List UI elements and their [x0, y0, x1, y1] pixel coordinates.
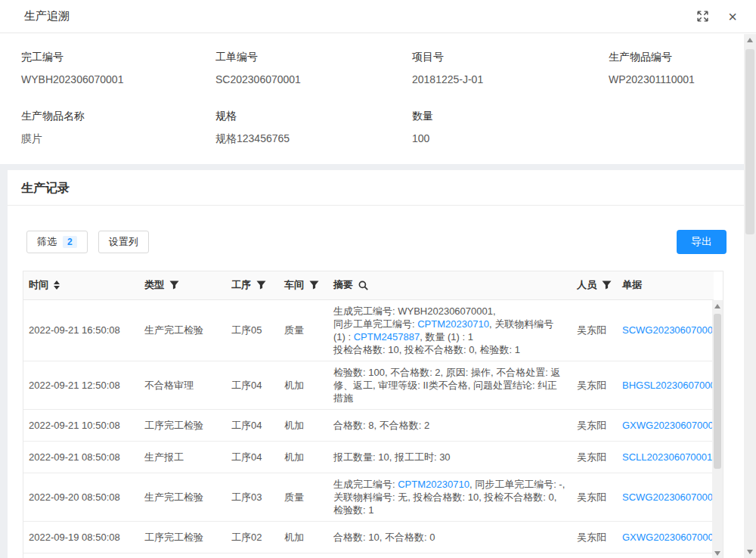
filter-button-label: 筛选 [37, 235, 57, 249]
cell-time: 2022-09-21 16:50:08 [23, 299, 139, 361]
info-field-value: 规格123456765 [215, 131, 412, 146]
filter-button[interactable]: 筛选 2 [26, 231, 88, 253]
doc-link[interactable]: GXWG202306070001 [622, 420, 714, 431]
summary-text: 生成完工编号: WYBH202306070001, [333, 305, 496, 317]
summary-text: 检验数: 100, 不合格数: 2, 原因: 操作, 不合格处置: 返修、返工,… [333, 367, 561, 404]
production-records-card: 生产记录 筛选 2 设置列 导出 时间类型工序车间摘要人员单据 2022-09-… [8, 170, 744, 558]
info-field-label: 工单编号 [215, 49, 412, 64]
column-header-process[interactable]: 工序 [226, 271, 279, 299]
cell-doc: SCLL202306070002 [617, 553, 714, 558]
column-label: 摘要 [333, 278, 353, 292]
cell-workshop: 质量 [279, 299, 328, 361]
column-label: 车间 [284, 278, 304, 292]
info-field-value: WYBH202306070001 [21, 72, 215, 87]
summary-text: 投检合格数: 10, 投检不合格数: 0, 检验数: 1 [333, 344, 520, 355]
cell-workshop: 质量 [279, 473, 328, 521]
column-header-doc[interactable]: 单据 [617, 271, 714, 299]
records-toolbar: 筛选 2 设置列 导出 [26, 230, 727, 254]
cell-workshop: 机加 [279, 441, 328, 473]
table-row: 2022-09-20 08:50:08生产完工检验工序03质量生成完工编号: C… [23, 473, 714, 521]
filter-icon[interactable] [256, 281, 266, 290]
cell-process: 工序03 [226, 473, 279, 521]
cell-time: 2022-09-21 12:50:08 [23, 361, 139, 409]
dialog-scrollbar[interactable] [744, 34, 756, 558]
dialog-title: 生产追溯 [24, 9, 70, 23]
cell-workshop: 机加 [279, 521, 328, 553]
column-header-type[interactable]: 类型 [139, 271, 226, 299]
info-field-value: SC202306070001 [215, 72, 412, 87]
cell-type: 生产领料 [139, 553, 226, 558]
cell-time: 2022-09-18 08:50:08 [23, 553, 139, 558]
cell-time: 2022-09-21 08:50:08 [23, 441, 139, 473]
cell-process: 工序02 [226, 521, 279, 553]
info-field: 工单编号SC202306070001 [215, 49, 412, 87]
scroll-up-icon[interactable] [712, 300, 723, 312]
cell-time: 2022-09-19 08:50:08 [23, 521, 139, 553]
summary-text: 合格数: 8, 不合格数: 2 [333, 420, 429, 431]
set-columns-button[interactable]: 设置列 [98, 231, 149, 253]
cell-doc: GXWG202306070001 [617, 409, 714, 441]
cell-doc: SCWG202306070001 [617, 299, 714, 361]
section-divider [0, 164, 756, 170]
column-header-workshop[interactable]: 车间 [279, 271, 328, 299]
summary-text: 合格数: 10, 不合格数: 0 [333, 532, 435, 543]
column-header-person[interactable]: 人员 [572, 271, 617, 299]
info-field-value: 20181225-J-01 [412, 72, 609, 87]
close-icon[interactable]: × [726, 10, 739, 23]
dialog-scrollbar-thumb[interactable] [745, 49, 754, 234]
table-row: 2022-09-21 10:50:08工序完工检验工序04机加合格数: 8, 不… [23, 409, 714, 441]
dialog-actions: × [696, 10, 739, 23]
column-header-inner: 工序 [231, 278, 274, 292]
cell-person: 吴东阳 [572, 299, 617, 361]
cell-process: 工序04 [226, 441, 279, 473]
doc-link[interactable]: SCLL202306070001 [622, 451, 712, 463]
column-header-inner: 单据 [622, 278, 708, 292]
scroll-up-icon[interactable] [744, 34, 756, 46]
records-table: 时间类型工序车间摘要人员单据 2022-09-21 16:50:08生产完工检验… [23, 271, 714, 558]
cell-process: 工序04 [226, 409, 279, 441]
cell-person: 吴东阳 [572, 361, 617, 409]
info-field-label: 规格 [215, 108, 412, 123]
filter-icon[interactable] [169, 281, 179, 290]
column-label: 单据 [622, 278, 642, 292]
cell-doc: SCLL202306070001 [617, 441, 714, 473]
cell-person: 吴东阳 [572, 473, 617, 521]
cell-doc: BHGSL202306070001 [617, 361, 714, 409]
search-icon[interactable] [358, 281, 368, 290]
cell-workshop: 机加 [279, 553, 328, 558]
table-row: 2022-09-19 08:50:08工序完工检验工序02机加合格数: 10, … [23, 521, 714, 553]
doc-link[interactable]: SCWG202306070002 [622, 491, 714, 503]
cell-doc: SCWG202306070002 [617, 473, 714, 521]
info-field-value: WP202301110001 [609, 72, 726, 87]
info-field: 规格规格123456765 [215, 108, 412, 146]
scroll-down-icon[interactable] [712, 547, 723, 558]
sort-icon[interactable] [54, 281, 60, 290]
filter-icon[interactable] [309, 281, 319, 290]
doc-link[interactable]: GXWG202306070002 [622, 532, 714, 543]
doc-link[interactable]: SCWG202306070001 [622, 324, 714, 336]
export-button[interactable]: 导出 [677, 230, 727, 254]
column-header-summary[interactable]: 摘要 [328, 271, 572, 299]
column-header-inner: 时间 [29, 278, 134, 292]
table-scrollbar[interactable] [712, 300, 723, 558]
info-field-label: 生产物品名称 [21, 108, 215, 123]
cell-workshop: 机加 [279, 409, 328, 441]
table-scrollbar-thumb[interactable] [714, 314, 721, 469]
table-row: 2022-09-18 08:50:08生产领料工序01机加领料物料编号 (1) … [23, 553, 714, 558]
info-field-label: 完工编号 [21, 49, 215, 64]
cell-summary: 检验数: 100, 不合格数: 2, 原因: 操作, 不合格处置: 返修、返工,… [328, 361, 572, 409]
set-columns-label: 设置列 [109, 235, 138, 249]
cell-process: 工序01 [226, 553, 279, 558]
scroll-down-icon[interactable] [744, 546, 756, 558]
summary-doc-link[interactable]: CPTM20230710 [417, 318, 489, 330]
summary-doc-link[interactable]: CPTM20230710 [398, 479, 469, 490]
doc-link[interactable]: BHGSL202306070001 [622, 380, 714, 391]
filter-count-badge: 2 [63, 236, 77, 248]
cell-summary: 合格数: 8, 不合格数: 2 [328, 409, 572, 441]
cell-process: 工序05 [226, 299, 279, 361]
filter-icon[interactable] [602, 281, 612, 290]
fullscreen-icon[interactable] [696, 10, 709, 23]
summary-doc-link[interactable]: CPTM2457887 [354, 331, 420, 343]
column-header-time[interactable]: 时间 [23, 271, 139, 299]
column-label: 类型 [144, 278, 164, 292]
